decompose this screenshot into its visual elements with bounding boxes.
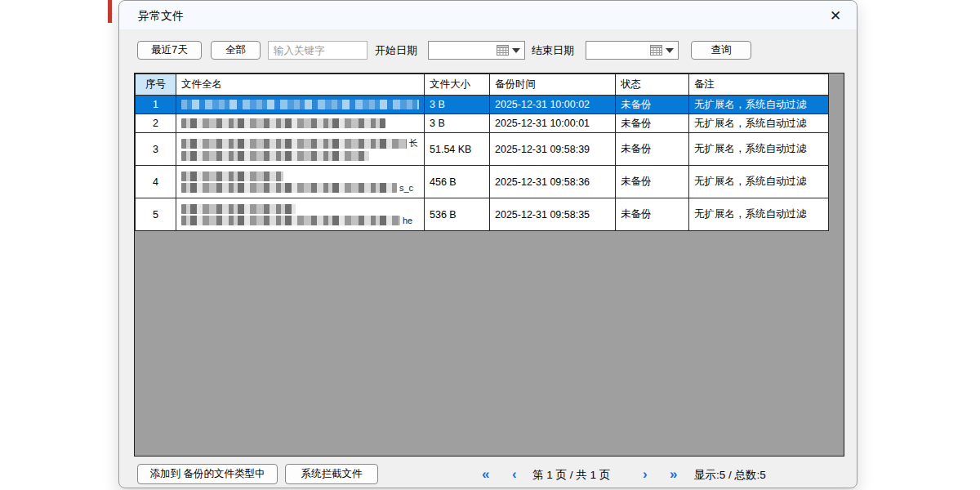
start-date-label: 开始日期 <box>375 43 417 58</box>
cell-index: 2 <box>136 114 176 133</box>
cell-time: 2025-12-31 09:58:39 <box>490 133 616 166</box>
next-page-icon[interactable]: › <box>643 465 648 484</box>
cell-note: 无扩展名，系统自动过滤 <box>689 198 829 231</box>
cell-time: 2025-12-31 09:58:36 <box>490 166 616 198</box>
first-page-icon[interactable]: « <box>482 465 489 484</box>
table-header-row: 序号 文件全名 文件大小 备份时间 状态 备注 <box>136 74 829 96</box>
cell-size: 3 B <box>425 114 490 133</box>
cell-status: 未备份 <box>616 96 689 114</box>
cell-time: 2025-12-31 10:00:02 <box>490 96 616 114</box>
cell-note: 无扩展名，系统自动过滤 <box>689 114 829 133</box>
column-header-time: 备份时间 <box>490 74 616 96</box>
cell-size: 3 B <box>425 96 490 114</box>
table-row[interactable]: 1 3 B 2025-12-31 10:00:02 未备份 无扩展名，系统自动过… <box>136 96 829 114</box>
background-window-sliver <box>108 0 112 23</box>
redacted-filename-blur <box>181 204 296 214</box>
cell-status: 未备份 <box>616 133 689 166</box>
column-header-size: 文件大小 <box>425 74 490 96</box>
chevron-down-icon[interactable] <box>666 48 674 53</box>
filename-fragment: he <box>403 216 412 225</box>
add-to-backup-types-button[interactable]: 添加到 备份的文件类型中 <box>137 464 278 484</box>
cell-time: 2025-12-31 10:00:01 <box>490 114 616 133</box>
recent-7-days-button[interactable]: 最近7天 <box>137 41 202 60</box>
start-date-picker[interactable] <box>428 41 525 60</box>
cell-size: 51.54 KB <box>425 133 490 166</box>
cell-note: 无扩展名，系统自动过滤 <box>689 133 829 166</box>
query-button[interactable]: 查询 <box>691 41 751 60</box>
redacted-filename-blur <box>181 118 385 128</box>
last-page-icon[interactable]: » <box>670 465 677 484</box>
filename-fragment: 长 <box>409 137 418 149</box>
dialog-title: 异常文件 <box>138 9 184 24</box>
redacted-filename-blur <box>181 139 407 149</box>
cell-index: 1 <box>136 96 176 114</box>
column-header-status: 状态 <box>616 74 689 96</box>
files-table: 序号 文件全名 文件大小 备份时间 状态 备注 1 3 B 2025-12-31… <box>135 74 829 231</box>
cell-filename-redacted: s_c <box>176 166 425 198</box>
cell-size: 536 B <box>425 198 490 231</box>
column-header-index: 序号 <box>136 74 176 96</box>
page-info: 第 1 页 / 共 1 页 <box>532 468 610 483</box>
files-table-container: 序号 文件全名 文件大小 备份时间 状态 备注 1 3 B 2025-12-31… <box>134 73 844 457</box>
display-count-info: 显示:5 / 总数:5 <box>694 468 766 483</box>
redacted-filename-blur <box>181 172 283 181</box>
filename-fragment: s_c <box>399 183 413 193</box>
cell-time: 2025-12-31 09:58:35 <box>490 198 616 231</box>
table-row[interactable]: 2 3 B 2025-12-31 10:00:01 未备份 无扩展名，系统自动过… <box>136 114 829 133</box>
cell-index: 3 <box>136 133 176 166</box>
cell-index: 5 <box>136 198 176 231</box>
cell-filename-redacted: 长 <box>176 133 425 166</box>
redacted-filename-blur <box>181 183 397 193</box>
cell-filename-redacted <box>176 114 425 133</box>
all-button[interactable]: 全部 <box>211 41 261 60</box>
calendar-icon[interactable] <box>650 45 662 56</box>
cell-note: 无扩展名，系统自动过滤 <box>689 166 829 198</box>
abnormal-files-dialog: 异常文件 ✕ 最近7天 全部 开始日期 结束日期 查询 <box>118 0 858 488</box>
cell-filename-redacted <box>176 96 425 114</box>
cell-status: 未备份 <box>616 114 689 133</box>
close-icon[interactable]: ✕ <box>826 6 845 25</box>
table-row[interactable]: 4 s_c 456 B 2025-12-31 09:58:36 未备份 无扩展名… <box>136 166 829 198</box>
table-row[interactable]: 3 长 51.54 KB 2025-12-31 09:58:39 未备份 无扩展… <box>136 133 829 166</box>
redacted-filename-blur <box>181 151 369 161</box>
cell-filename-redacted: he <box>176 198 425 231</box>
table-row[interactable]: 5 he 536 B 2025-12-31 09:58:35 未备份 无扩展名，… <box>136 198 829 231</box>
column-header-note: 备注 <box>689 74 829 96</box>
cell-status: 未备份 <box>616 198 689 231</box>
column-header-filename: 文件全名 <box>176 74 425 96</box>
cell-status: 未备份 <box>616 166 689 198</box>
cell-index: 4 <box>136 166 176 198</box>
system-intercepted-files-button[interactable]: 系统拦截文件 <box>285 464 378 484</box>
redacted-filename-blur <box>181 100 419 109</box>
cell-size: 456 B <box>425 166 490 198</box>
end-date-label: 结束日期 <box>532 43 574 58</box>
titlebar: 异常文件 ✕ <box>119 1 857 29</box>
redacted-filename-blur <box>181 216 400 225</box>
cell-note: 无扩展名，系统自动过滤 <box>689 96 829 114</box>
end-date-picker[interactable] <box>586 41 679 60</box>
previous-page-icon[interactable]: ‹ <box>512 465 517 484</box>
chevron-down-icon[interactable] <box>512 48 520 53</box>
keyword-input[interactable] <box>268 41 368 60</box>
calendar-icon[interactable] <box>497 45 509 56</box>
